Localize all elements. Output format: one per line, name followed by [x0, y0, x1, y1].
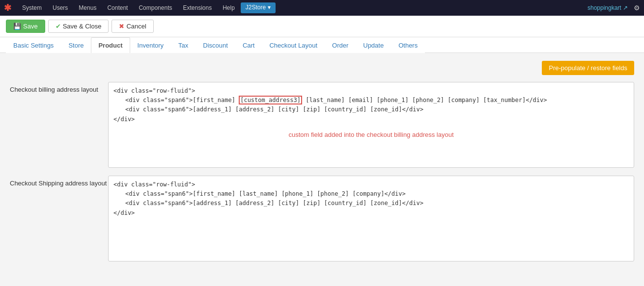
tab-basic-settings[interactable]: Basic Settings [6, 37, 61, 53]
shipping-content: <div class="row-fluid"> <div class="span… [113, 180, 629, 218]
tab-order[interactable]: Order [325, 37, 356, 53]
shipping-form-group: Checkout Shipping address layout <div cl… [10, 176, 634, 261]
content-area: Pre-populate / restore fields Checkout b… [0, 53, 644, 286]
tab-store[interactable]: Store [61, 37, 91, 53]
shipping-line2: <div class="span6">[first_name] [last_na… [113, 189, 629, 199]
tab-checkout-layout[interactable]: Checkout Layout [262, 37, 325, 53]
tab-update[interactable]: Update [356, 37, 391, 53]
tab-tax[interactable]: Tax [171, 37, 196, 53]
shipping-line4: </div> [113, 208, 629, 218]
tab-product[interactable]: Product [91, 37, 130, 53]
tab-others[interactable]: Others [391, 37, 425, 53]
save-close-label: Save & Close [63, 23, 102, 30]
nav-components[interactable]: Components [134, 2, 177, 13]
save-close-button[interactable]: ✔ Save & Close [48, 20, 109, 33]
check-icon: ✔ [56, 23, 61, 30]
custom-address-highlight: [custom_address3] [239, 96, 302, 104]
nav-content[interactable]: Content [102, 2, 133, 13]
navbar-right: shoppingkart ↗ ⚙ [588, 4, 640, 12]
prepopulate-button[interactable]: Pre-populate / restore fields [542, 61, 634, 75]
shipping-textarea[interactable]: <div class="row-fluid"> <div class="span… [108, 176, 634, 261]
toolbar: 💾 Save ✔ Save & Close ✖ Cancel [0, 16, 644, 37]
billing-label: Checkout billing address layout [10, 82, 108, 93]
billing-line4: </div> [113, 115, 629, 124]
navbar: ✱ System Users Menus Content Components … [0, 0, 644, 16]
save-label: Save [23, 23, 38, 30]
billing-line3: <div class="span6">[address_1] [address_… [113, 105, 629, 114]
billing-form-group: Checkout billing address layout <div cla… [10, 82, 634, 168]
tabs-bar: Basic Settings Store Product Inventory T… [0, 37, 644, 53]
billing-line1: <div class="row-fluid"> [113, 86, 629, 96]
cancel-button[interactable]: ✖ Cancel [112, 20, 153, 33]
nav-extensions[interactable]: Extensions [178, 2, 217, 13]
billing-line2: <div class="span6">[first_name] [custom_… [113, 96, 629, 105]
nav-system[interactable]: System [17, 2, 47, 13]
nav-users[interactable]: Users [48, 2, 73, 13]
save-button[interactable]: 💾 Save [6, 20, 45, 33]
save-icon: 💾 [13, 23, 21, 30]
prepopulate-row: Pre-populate / restore fields [10, 61, 634, 75]
nav-j2store[interactable]: J2Store ▾ [241, 2, 276, 13]
navbar-items: System Users Menus Content Components Ex… [17, 2, 588, 13]
nav-help[interactable]: Help [218, 2, 240, 13]
gear-icon[interactable]: ⚙ [634, 4, 640, 12]
billing-textarea[interactable]: <div class="row-fluid"> <div class="span… [108, 82, 634, 168]
billing-content: <div class="row-fluid"> <div class="span… [113, 86, 629, 140]
tab-discount[interactable]: Discount [196, 37, 235, 53]
cancel-label: Cancel [126, 23, 146, 30]
tab-cart[interactable]: Cart [235, 37, 262, 53]
tab-inventory[interactable]: Inventory [130, 37, 171, 53]
brand-icon: ✱ [4, 2, 11, 13]
nav-menus[interactable]: Menus [74, 2, 101, 13]
billing-red-message: custom field added into the checkout bil… [113, 130, 629, 140]
shipping-label: Checkout Shipping address layout [10, 176, 108, 187]
shipping-line1: <div class="row-fluid"> [113, 180, 629, 189]
shipping-line3: <div class="span6">[address_1] [address_… [113, 199, 629, 208]
navbar-user[interactable]: shoppingkart ↗ [588, 4, 628, 11]
x-icon: ✖ [119, 23, 124, 30]
